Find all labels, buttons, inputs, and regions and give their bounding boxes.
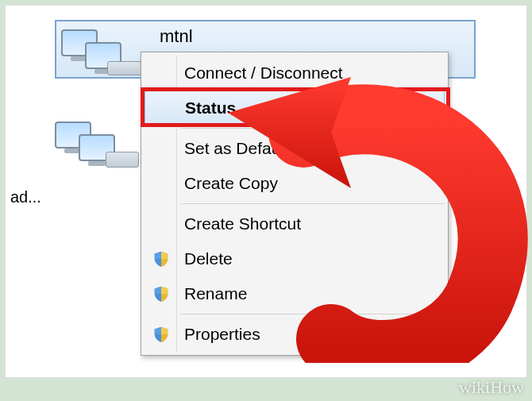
menu-item-status[interactable]: Status (145, 91, 445, 125)
menu-item-properties[interactable]: Properties (143, 317, 446, 352)
menu-item-delete[interactable]: Delete (143, 241, 446, 276)
menu-item-label: Create Shortcut (184, 214, 301, 233)
watermark: wikiHow (459, 377, 524, 398)
uac-shield-icon (152, 325, 170, 344)
menu-separator (181, 203, 445, 204)
menu-item-connect-disconnect[interactable]: Connect / Disconnect (143, 56, 446, 91)
menu-item-label: Delete (184, 249, 233, 268)
menu-item-label: Connect / Disconnect (184, 64, 343, 83)
truncated-label: ad... (10, 188, 41, 206)
connection-item[interactable] (55, 117, 142, 180)
menu-item-label: Set as Default (184, 139, 289, 158)
menu-item-label: Rename (184, 284, 247, 303)
network-icon (61, 25, 148, 79)
menu-item-rename[interactable]: Rename (143, 276, 446, 311)
menu-item-set-as-default[interactable]: Set as Default (143, 131, 446, 166)
uac-shield-icon (152, 284, 170, 303)
menu-item-label: Properties (184, 325, 260, 344)
menu-separator (181, 128, 445, 129)
menu-separator (181, 314, 445, 314)
menu-item-label: Create Copy (184, 174, 278, 193)
menu-item-create-copy[interactable]: Create Copy (143, 166, 446, 201)
connection-name: mtnl (160, 25, 193, 47)
uac-shield-icon (152, 249, 170, 268)
menu-item-create-shortcut[interactable]: Create Shortcut (143, 206, 446, 241)
window-content: mtnl ad... Connect / DisconnectStatusSet… (5, 5, 527, 378)
context-menu: Connect / DisconnectStatusSet as Default… (141, 52, 449, 356)
network-icon (55, 117, 142, 171)
menu-item-label: Status (185, 98, 236, 118)
